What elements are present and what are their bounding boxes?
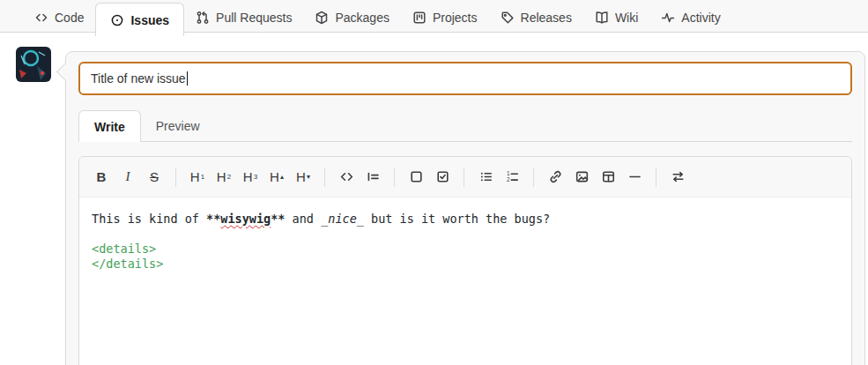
toolbar-divider bbox=[656, 168, 657, 187]
tab-label: Pull Requests bbox=[216, 11, 292, 25]
tab-label: Packages bbox=[335, 11, 389, 25]
horizontal-rule-button[interactable] bbox=[623, 166, 646, 189]
table-icon bbox=[601, 169, 616, 184]
unordered-list-icon bbox=[479, 169, 493, 184]
quote-button[interactable] bbox=[361, 166, 384, 189]
code-icon bbox=[34, 11, 48, 25]
editor-line: </details> bbox=[92, 257, 839, 272]
code-icon bbox=[339, 169, 354, 184]
tab-activity[interactable]: Activity bbox=[649, 3, 731, 32]
ordered-list-icon: 12 bbox=[505, 169, 520, 184]
tab-issues[interactable]: Issues bbox=[95, 3, 184, 36]
tab-label: Issues bbox=[130, 13, 169, 27]
tab-label: Releases bbox=[521, 11, 572, 25]
checkbox-checked-icon bbox=[435, 169, 450, 184]
user-avatar bbox=[16, 47, 51, 82]
editor-line bbox=[92, 227, 839, 242]
heading-2-button[interactable]: H2 bbox=[212, 166, 235, 189]
editor-line: This is kind of **wisywig** and _nice_ b… bbox=[92, 212, 839, 227]
tab-label: Code bbox=[55, 11, 84, 25]
toolbar-divider bbox=[394, 168, 395, 187]
toolbar-divider bbox=[464, 168, 464, 187]
repo-tab-bar: Code Issues Pull Requests Packages Proje… bbox=[0, 0, 868, 33]
tab-code[interactable]: Code bbox=[23, 3, 95, 32]
link-button[interactable] bbox=[544, 166, 567, 189]
tab-wiki[interactable]: Wiki bbox=[583, 3, 649, 32]
tab-label: Projects bbox=[433, 11, 478, 25]
checkbox-empty-icon bbox=[409, 169, 424, 184]
toolbar-divider bbox=[324, 168, 325, 187]
heading-1-button[interactable]: H1 bbox=[186, 166, 209, 189]
checkbox-empty-button[interactable] bbox=[404, 166, 427, 189]
image-button[interactable] bbox=[570, 166, 593, 189]
toolbar-divider bbox=[533, 168, 534, 187]
tab-packages[interactable]: Packages bbox=[303, 3, 400, 32]
table-button[interactable] bbox=[597, 166, 619, 189]
pulse-icon bbox=[661, 11, 675, 25]
tab-label: Activity bbox=[681, 11, 720, 25]
tab-write-label: Write bbox=[94, 120, 125, 134]
editor-line: <details> bbox=[92, 242, 839, 257]
avatar-image bbox=[16, 47, 51, 82]
tab-projects[interactable]: Projects bbox=[401, 3, 489, 32]
quote-icon bbox=[366, 169, 381, 184]
horizontal-rule-icon bbox=[627, 169, 642, 184]
tab-releases[interactable]: Releases bbox=[489, 3, 583, 32]
toolbar-divider bbox=[175, 168, 176, 187]
markdown-editor: B I S H1 H2 H3 H▴ H▾ 12 This i bbox=[78, 156, 852, 365]
switch-mode-icon bbox=[671, 169, 686, 184]
image-icon bbox=[575, 169, 590, 184]
issue-opened-icon bbox=[110, 13, 124, 27]
ordered-list-button[interactable]: 12 bbox=[501, 166, 523, 189]
git-pull-request-icon bbox=[196, 11, 210, 25]
issue-title-value: Title of new issue bbox=[91, 71, 186, 86]
code-button[interactable] bbox=[335, 166, 358, 189]
tag-icon bbox=[501, 11, 515, 25]
package-icon bbox=[315, 11, 329, 25]
text-caret bbox=[187, 71, 188, 86]
switch-to-textarea-button[interactable] bbox=[666, 166, 689, 189]
heading-smaller-button[interactable]: H▾ bbox=[292, 166, 315, 189]
project-icon bbox=[412, 11, 427, 25]
editor-toolbar: B I S H1 H2 H3 H▴ H▾ 12 bbox=[79, 157, 851, 197]
editor-content[interactable]: This is kind of **wisywig** and _nice_ b… bbox=[79, 197, 851, 365]
heading-3-button[interactable]: H3 bbox=[239, 166, 262, 189]
link-icon bbox=[548, 169, 563, 184]
svg-text:2: 2 bbox=[506, 176, 509, 182]
new-issue-form: Title of new issue Write Preview B I S H… bbox=[65, 51, 865, 365]
italic-button[interactable]: I bbox=[116, 166, 139, 189]
checkbox-checked-button[interactable] bbox=[431, 166, 454, 189]
tab-preview-label: Preview bbox=[156, 119, 200, 133]
bold-button[interactable]: B bbox=[90, 166, 113, 189]
heading-bigger-button[interactable]: H▴ bbox=[265, 166, 288, 189]
tab-label: Wiki bbox=[615, 11, 638, 25]
issue-title-input[interactable]: Title of new issue bbox=[78, 62, 852, 95]
strikethrough-button[interactable]: S bbox=[143, 166, 166, 189]
write-preview-tabs: Write Preview bbox=[78, 110, 852, 142]
tab-pull-requests[interactable]: Pull Requests bbox=[184, 3, 303, 32]
unordered-list-button[interactable] bbox=[474, 166, 497, 189]
book-icon bbox=[595, 11, 609, 25]
tab-preview[interactable]: Preview bbox=[141, 110, 215, 142]
tab-write[interactable]: Write bbox=[78, 110, 141, 142]
